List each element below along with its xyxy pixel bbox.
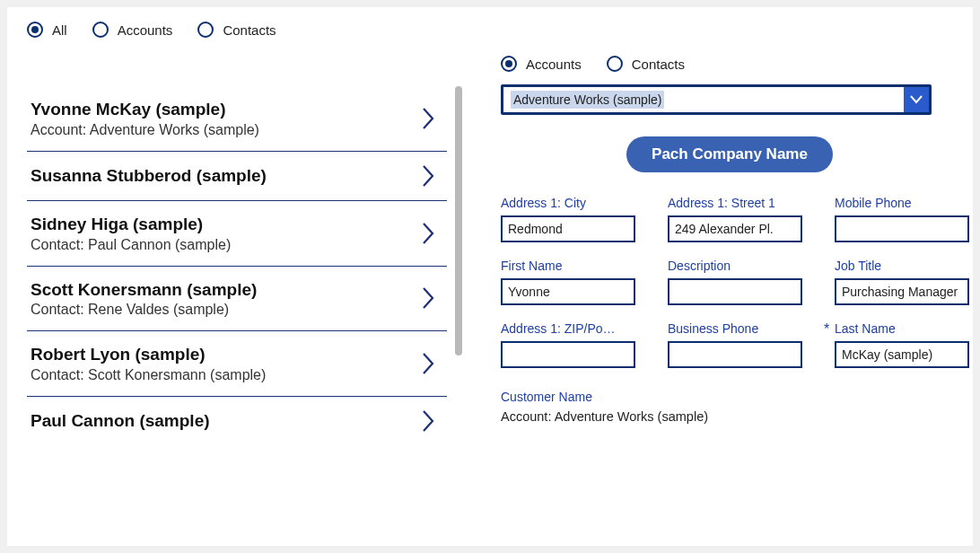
field-label: Description — [668, 259, 802, 273]
description-input[interactable] — [668, 278, 802, 305]
chevron-down-icon[interactable] — [904, 87, 929, 112]
radio-icon — [501, 56, 517, 72]
app-root: All Accounts Contacts Yvonne McKay (samp… — [7, 7, 973, 546]
record-list: Yvonne McKay (sample) Account: Adventure… — [14, 47, 454, 546]
list-item-sub: Contact: Rene Valdes (sample) — [31, 302, 415, 318]
list-item[interactable]: Sidney Higa (sample) Contact: Paul Canno… — [27, 201, 447, 267]
detail-panel: Accounts Contacts Adventure Works (sampl… — [463, 47, 973, 546]
content-area: Yvonne McKay (sample) Account: Adventure… — [7, 47, 973, 546]
field-label: Mobile Phone — [835, 196, 969, 210]
detail-contacts-label: Contacts — [632, 57, 685, 72]
field-description: Description — [668, 259, 802, 305]
left-panel: Yvonne McKay (sample) Account: Adventure… — [14, 47, 463, 546]
mobile-input[interactable] — [835, 215, 969, 242]
chevron-right-icon — [415, 352, 442, 375]
top-filter-bar: All Accounts Contacts — [7, 7, 973, 47]
field-label: First Name — [501, 259, 635, 273]
filter-contacts-radio[interactable]: Contacts — [197, 22, 276, 38]
field-label: Address 1: Street 1 — [668, 196, 802, 210]
chevron-right-icon — [415, 286, 442, 310]
street-input[interactable] — [668, 215, 802, 242]
list-item-sub: Contact: Paul Cannon (sample) — [31, 237, 415, 253]
list-item-title: Robert Lyon (sample) — [31, 344, 415, 365]
city-input[interactable] — [501, 215, 635, 242]
filter-accounts-radio[interactable]: Accounts — [92, 22, 173, 38]
radio-icon — [27, 22, 43, 38]
dropdown-selected: Adventure Works (sample) — [503, 87, 904, 112]
chevron-right-icon — [415, 409, 442, 433]
patch-company-button[interactable]: Pach Company Name — [626, 136, 833, 172]
chevron-right-icon — [415, 107, 442, 130]
radio-icon — [92, 22, 109, 38]
list-item[interactable]: Robert Lyon (sample) Contact: Scott Kone… — [27, 331, 447, 397]
field-lastname: * Last Name — [835, 321, 969, 368]
list-item[interactable]: Paul Cannon (sample) — [27, 397, 447, 445]
lastname-input[interactable] — [835, 341, 969, 368]
list-item[interactable]: Yvonne McKay (sample) Account: Adventure… — [27, 86, 447, 152]
detail-accounts-radio[interactable]: Accounts — [501, 56, 582, 72]
filter-accounts-label: Accounts — [118, 22, 173, 38]
field-jobtitle: Job Title — [835, 259, 969, 305]
field-city: Address 1: City — [501, 196, 635, 242]
filter-all-radio[interactable]: All — [27, 22, 67, 38]
customer-value: Account: Adventure Works (sample) — [501, 409, 958, 424]
customer-name-block: Customer Name Account: Adventure Works (… — [501, 390, 958, 424]
list-item-title: Paul Cannon (sample) — [31, 410, 415, 432]
field-zip: Address 1: ZIP/Po… — [501, 321, 635, 368]
list-item-sub: Account: Adventure Works (sample) — [31, 122, 415, 138]
list-item-title: Yvonne McKay (sample) — [31, 99, 415, 120]
chevron-right-icon — [415, 222, 442, 245]
required-asterisk-icon: * — [824, 321, 829, 338]
jobtitle-input[interactable] — [835, 278, 969, 305]
field-label: Address 1: ZIP/Po… — [501, 321, 635, 336]
businessphone-input[interactable] — [668, 341, 802, 368]
radio-icon — [607, 56, 623, 72]
list-item-sub: Contact: Scott Konersmann (sample) — [31, 367, 415, 383]
list-item[interactable]: Scott Konersmann (sample) Contact: Rene … — [27, 267, 447, 332]
field-label: Business Phone — [668, 321, 802, 336]
detail-contacts-radio[interactable]: Contacts — [607, 56, 685, 72]
field-mobile: Mobile Phone — [835, 196, 969, 242]
field-street: Address 1: Street 1 — [668, 196, 802, 242]
zip-input[interactable] — [501, 341, 635, 368]
chevron-right-icon — [415, 164, 442, 188]
customer-label: Customer Name — [501, 390, 958, 404]
list-item[interactable]: Susanna Stubberod (sample) — [27, 152, 447, 201]
field-firstname: First Name — [501, 259, 635, 305]
radio-icon — [197, 22, 214, 38]
filter-all-label: All — [52, 22, 67, 38]
field-businessphone: Business Phone — [668, 321, 802, 368]
list-scrollbar[interactable] — [454, 47, 463, 546]
field-label: Last Name — [835, 321, 969, 336]
filter-contacts-label: Contacts — [223, 22, 276, 38]
list-item-title: Sidney Higa (sample) — [31, 214, 415, 235]
list-item-title: Scott Konersmann (sample) — [31, 279, 415, 301]
detail-type-radios: Accounts Contacts — [501, 56, 958, 72]
field-label: Job Title — [835, 259, 969, 273]
list-item-title: Susanna Stubberod (sample) — [31, 165, 415, 187]
fields-grid: Address 1: City Address 1: Street 1 Mobi… — [501, 196, 958, 368]
field-label: Address 1: City — [501, 196, 635, 210]
scrollbar-thumb[interactable] — [455, 86, 462, 356]
detail-accounts-label: Accounts — [526, 57, 582, 72]
account-dropdown[interactable]: Adventure Works (sample) — [501, 84, 932, 115]
firstname-input[interactable] — [501, 278, 635, 305]
